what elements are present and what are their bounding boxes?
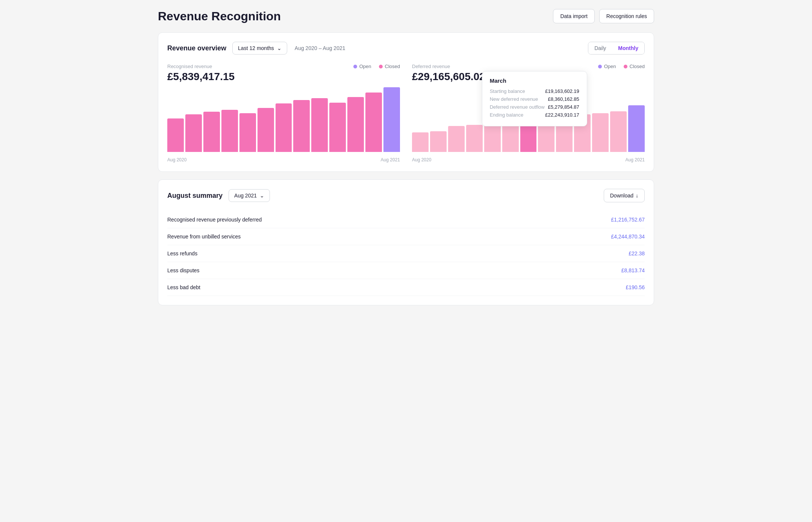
- recognised-end-label: Aug 2021: [381, 157, 400, 162]
- summary-row-value: £8,813.74: [621, 267, 645, 273]
- bar: [448, 126, 465, 152]
- bar: [466, 125, 483, 152]
- summary-row-label: Revenue from unbilled services: [167, 234, 241, 240]
- deferred-closed-label: Closed: [630, 64, 645, 69]
- date-filter-dropdown[interactable]: Last 12 months ⌄: [232, 42, 287, 55]
- tooltip-row: Ending balance£22,243,910.17: [490, 112, 579, 118]
- summary-row-label: Less disputes: [167, 267, 200, 273]
- bar: [221, 110, 238, 152]
- tooltip-row-label: New deferred revenue: [490, 96, 538, 102]
- revenue-overview-header: Revenue overview Last 12 months ⌄ Aug 20…: [167, 42, 645, 55]
- tooltip-row-value: £8,360,162.85: [548, 96, 579, 102]
- month-selector-dropdown[interactable]: Aug 2021 ⌄: [229, 189, 270, 202]
- recognised-revenue-label: Recognised revenue: [167, 64, 235, 69]
- bar: [347, 97, 364, 152]
- recognised-bar-chart: Aug 2020 Aug 2021: [167, 87, 400, 162]
- chevron-down-icon-summary: ⌄: [260, 193, 264, 199]
- tooltip-title: March: [490, 77, 579, 84]
- summary-row-label: Less bad debt: [167, 284, 200, 290]
- download-label: Download: [610, 193, 633, 199]
- bar: [329, 103, 346, 152]
- open-dot: [353, 65, 357, 68]
- deferred-start-label: Aug 2020: [412, 157, 431, 162]
- recognition-rules-button[interactable]: Recognition rules: [599, 9, 654, 23]
- summary-row-value: £22.38: [629, 250, 645, 256]
- tooltip-row-label: Deferred revenue outflow: [490, 104, 545, 110]
- closed-dot: [379, 65, 383, 68]
- bar: [484, 123, 501, 152]
- recognised-open-legend: Open: [353, 64, 371, 69]
- bar: [610, 111, 627, 152]
- bar: [258, 108, 274, 152]
- daily-monthly-toggle: Daily Monthly: [588, 42, 645, 55]
- page-title: Revenue Recognition: [158, 9, 281, 23]
- tooltip-row-value: £22,243,910.17: [545, 112, 579, 118]
- deferred-axis-labels: Aug 2020 Aug 2021: [412, 157, 645, 162]
- summary-title: August summary: [167, 192, 223, 200]
- chevron-down-icon: ⌄: [277, 45, 282, 51]
- summary-row-label: Less refunds: [167, 250, 197, 256]
- summary-table: Recognised revenue previously deferred£1…: [167, 211, 645, 296]
- bar: [383, 87, 400, 152]
- tooltip-row-label: Starting balance: [490, 88, 525, 94]
- closed-label: Closed: [385, 64, 400, 69]
- summary-row: Less bad debt£190.56: [167, 279, 645, 296]
- page-header: Revenue Recognition Data import Recognit…: [158, 9, 654, 23]
- tooltip-row-label: Ending balance: [490, 112, 524, 118]
- bar: [592, 113, 609, 152]
- recognised-revenue-chart: Recognised revenue £5,839,417.15 Open Cl…: [167, 64, 400, 162]
- summary-header: August summary Aug 2021 ⌄ Download ↓: [167, 189, 645, 202]
- summary-row-label: Recognised revenue previously deferred: [167, 217, 262, 223]
- date-filter-label: Last 12 months: [238, 45, 274, 51]
- tooltip-rows: Starting balance£19,163,602.19New deferr…: [490, 88, 579, 118]
- download-button[interactable]: Download ↓: [604, 189, 645, 202]
- tooltip-row-value: £19,163,602.19: [545, 88, 579, 94]
- chart-tooltip: March Starting balance£19,163,602.19New …: [482, 71, 587, 126]
- charts-row: Recognised revenue £5,839,417.15 Open Cl…: [167, 64, 645, 162]
- bar: [430, 131, 447, 152]
- summary-row-value: £190.56: [626, 284, 645, 290]
- summary-row-value: £4,244,870.34: [611, 234, 645, 240]
- tooltip-row: Starting balance£19,163,602.19: [490, 88, 579, 94]
- deferred-end-label: Aug 2021: [626, 157, 645, 162]
- bar: [185, 114, 202, 152]
- summary-row: Recognised revenue previously deferred£1…: [167, 211, 645, 228]
- data-import-button[interactable]: Data import: [553, 9, 594, 23]
- bar: [239, 113, 256, 152]
- tooltip-row: Deferred revenue outflow£5,279,854.87: [490, 104, 579, 110]
- deferred-closed-legend: Closed: [624, 64, 645, 69]
- open-label: Open: [359, 64, 371, 69]
- daily-toggle-button[interactable]: Daily: [588, 42, 612, 54]
- download-icon: ↓: [636, 193, 638, 199]
- deferred-open-legend: Open: [598, 64, 616, 69]
- summary-row: Less disputes£8,813.74: [167, 262, 645, 279]
- deferred-open-label: Open: [604, 64, 616, 69]
- tooltip-row: New deferred revenue£8,360,162.85: [490, 96, 579, 102]
- monthly-toggle-button[interactable]: Monthly: [612, 42, 644, 54]
- tooltip-row-value: £5,279,854.87: [548, 104, 579, 110]
- summary-row-value: £1,216,752.67: [611, 217, 645, 223]
- recognised-legend: Open Closed: [353, 64, 400, 69]
- bar: [628, 105, 645, 152]
- summary-row: Less refunds£22.38: [167, 245, 645, 262]
- deferred-revenue-value: £29,165,605.02: [412, 71, 485, 83]
- deferred-closed-dot: [624, 65, 627, 68]
- bar: [365, 93, 382, 152]
- revenue-overview-title: Revenue overview: [167, 44, 226, 52]
- recognised-bars-wrapper: [167, 87, 400, 152]
- bar: [412, 132, 429, 152]
- recognised-axis-labels: Aug 2020 Aug 2021: [167, 157, 400, 162]
- bar: [203, 112, 220, 152]
- date-range-text: Aug 2020 – Aug 2021: [295, 45, 345, 51]
- bar: [293, 100, 310, 152]
- recognised-start-label: Aug 2020: [167, 157, 186, 162]
- summary-row: Revenue from unbilled services£4,244,870…: [167, 228, 645, 245]
- recognised-closed-legend: Closed: [379, 64, 400, 69]
- recognised-revenue-value: £5,839,417.15: [167, 71, 235, 83]
- august-summary-card: August summary Aug 2021 ⌄ Download ↓ Rec…: [158, 179, 654, 305]
- bar: [276, 103, 292, 152]
- bar: [311, 98, 328, 152]
- revenue-overview-card: Revenue overview Last 12 months ⌄ Aug 20…: [158, 32, 654, 172]
- deferred-legend: Open Closed: [598, 64, 645, 69]
- deferred-open-dot: [598, 65, 602, 68]
